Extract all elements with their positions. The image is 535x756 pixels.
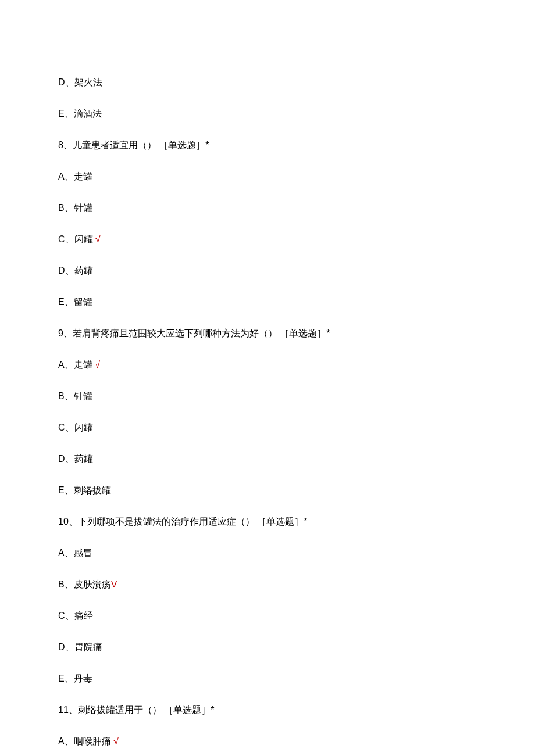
- option-text: A、走罐: [58, 170, 477, 184]
- option-text: B、皮肤溃疡V: [58, 578, 477, 592]
- question-stem: 9、若肩背疼痛且范围较大应选下列哪种方法为好（） ［单选题］*: [58, 327, 477, 341]
- option-text: B、针罐: [58, 389, 477, 403]
- option-text: D、架火法: [58, 76, 477, 89]
- check-mark-icon: √: [113, 736, 119, 746]
- option-text: D、胃院痛: [58, 640, 477, 654]
- option-text: A、咽喉肿痛 √: [58, 734, 477, 748]
- question-stem: 10、下列哪项不是拔罐法的治疗作用适应症（） ［单选题］*: [58, 515, 477, 529]
- check-mark-icon: √: [95, 360, 100, 370]
- option-text: E、留罐: [58, 295, 477, 309]
- option-text: D、药罐: [58, 264, 477, 278]
- option-text: D、药罐: [58, 452, 477, 466]
- option-text: E、刺络拔罐: [58, 483, 477, 497]
- option-label: A、走罐: [58, 360, 95, 370]
- option-text: E、滴酒法: [58, 107, 477, 121]
- option-label: C、闪罐: [58, 234, 95, 244]
- option-label: B、皮肤溃疡: [58, 579, 111, 589]
- question-stem: 8、儿童患者适宜用（） ［单选题］*: [58, 138, 477, 152]
- option-text: C、闪罐 √: [58, 232, 477, 246]
- option-label: A、咽喉肿痛: [58, 736, 113, 746]
- option-text: E、丹毒: [58, 672, 477, 686]
- option-text: B、针罐: [58, 201, 477, 215]
- option-text: C、闪罐: [58, 421, 477, 435]
- option-text: A、感冒: [58, 546, 477, 560]
- question-stem: 11、刺络拔罐适用于（） ［单选题］*: [58, 703, 477, 717]
- option-text: C、痛经: [58, 609, 477, 623]
- check-mark-icon: √: [95, 234, 101, 244]
- check-mark-icon: V: [111, 579, 117, 589]
- option-text: A、走罐 √: [58, 358, 477, 372]
